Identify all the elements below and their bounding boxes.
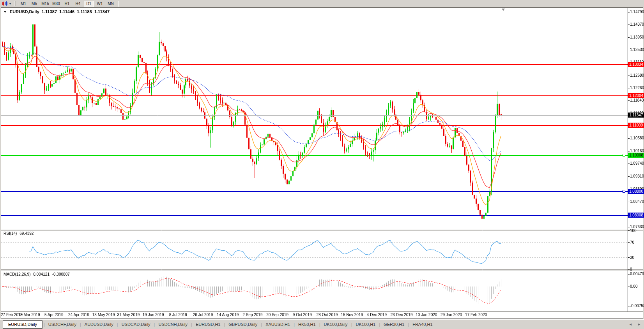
trading-terminal-window: ▾ M1M5M15M30H1H4D1W1MN ▼ EURUSD,Daily 1.… <box>0 0 644 329</box>
price-axis-tick: 1.14790 <box>630 10 644 14</box>
date-axis-label: 9 Oct 2019 <box>293 313 312 317</box>
period-buttons-group: M1M5M15M30H1H4D1W1MN <box>18 1 116 7</box>
date-axis-label: 5 Apr 2019 <box>44 313 63 317</box>
chart-shift-marker-icon[interactable] <box>502 9 505 11</box>
ohlc-high: 1.11446 <box>59 9 74 14</box>
date-axis-label: 19 Jun 2019 <box>143 313 164 317</box>
date-axis-label: 10 Jan 2020 <box>416 313 437 317</box>
period-button-d1[interactable]: D1 <box>84 1 94 7</box>
timeframes-toolbar: ▾ M1M5M15M30H1H4D1W1MN <box>0 0 644 7</box>
price-axis-tick: 1.14370 <box>630 22 644 27</box>
rsi-indicator-label: RSI(14) 69.4392 <box>4 231 35 236</box>
period-button-h1[interactable]: H1 <box>62 1 72 7</box>
chart-tab-usdcad-daily[interactable]: USDCAD,Daily <box>118 320 154 329</box>
date-axis-label: 26 Jul 2019 <box>193 313 213 317</box>
period-button-m5[interactable]: M5 <box>29 1 39 7</box>
price-axis-tick: 1.11840 <box>630 98 644 103</box>
period-button-h4[interactable]: H4 <box>73 1 83 7</box>
date-axis-label: 4 Dec 2019 <box>367 313 387 317</box>
rsi-value: 69.4392 <box>19 231 34 236</box>
chart-tab-usdchf-daily[interactable]: USDCHF,Daily <box>45 320 80 329</box>
level-price-tag[interactable]: 1.12004 <box>628 93 644 98</box>
macd-axis-tick: 0.00 <box>630 284 644 289</box>
level-price-tag[interactable]: 1.11009 <box>628 123 644 128</box>
date-axis-label: 8 Jul 2019 <box>169 313 187 317</box>
chart-tab-uk100-daily[interactable]: UK100,Daily <box>320 320 351 329</box>
chart-tab-uk100-h1[interactable]: UK100,H1 <box>352 320 379 329</box>
ohlc-close: 1.11347 <box>94 9 110 14</box>
candlestick-chart-icon[interactable] <box>2 1 9 7</box>
chart-tab-fra40-h1[interactable]: FRA40,H1 <box>409 320 436 329</box>
level-price-tag[interactable]: 1.13034 <box>628 62 644 67</box>
chart-tabs-bar: EURUSD,Daily|USDCHF,Daily|AUDUSD,Daily|U… <box>0 319 644 329</box>
date-axis-label: 31 May 2019 <box>117 313 140 317</box>
macd-name: MACD(12,26,9) <box>4 272 30 276</box>
macd-axis-tick: -0.00758 <box>630 304 644 308</box>
date-axis-label: 20 Sep 2019 <box>266 313 288 317</box>
price-axis-tick: 1.08470 <box>630 199 644 204</box>
macd-indicator-label: MACD(12,26,9) 0.004121 -0.000807 <box>4 272 71 276</box>
price-axis-tick: 1.13950 <box>630 35 644 40</box>
ohlc-open: 1.11387 <box>42 9 57 14</box>
chart-tab-hk50-h1[interactable]: HK50,H1 <box>295 320 319 329</box>
chart-tab-eurusd-daily[interactable]: EURUSD,Daily <box>3 320 42 329</box>
chevron-down-icon[interactable]: ▾ <box>9 2 11 5</box>
price-axis-tick: 1.12680 <box>630 73 644 78</box>
date-axis-label: 29 Jan 2020 <box>441 313 462 317</box>
level-price-tag[interactable]: 1.10008 <box>628 153 644 158</box>
period-button-w1[interactable]: W1 <box>95 1 105 7</box>
toolbar-separator <box>118 1 119 7</box>
rsi-axis-tick: 70 <box>630 240 644 245</box>
price-axis-tick: 1.10580 <box>630 136 644 141</box>
current-price-tag: 1.11347 <box>628 113 644 118</box>
price-axis-tick: 1.13530 <box>630 48 644 52</box>
symbol-dropdown-icon[interactable]: ▼ <box>4 10 7 14</box>
tabs-scroll-right-icon[interactable]: ► <box>637 322 641 326</box>
chart-tab-audusd-daily[interactable]: AUDUSD,Daily <box>81 320 117 329</box>
price-axis-tick: 1.12260 <box>630 86 644 90</box>
period-button-m30[interactable]: M30 <box>51 1 61 7</box>
rsi-axis-tick: 30 <box>630 255 644 260</box>
macd-main-value: 0.004121 <box>33 272 50 276</box>
date-axis-label: 14 Aug 2019 <box>217 313 239 317</box>
chart-tab-xauusd-h1[interactable]: XAUUSD,H1 <box>262 320 294 329</box>
level-price-tag[interactable]: 1.08800 <box>628 189 644 194</box>
date-axis-label: 24 Apr 2019 <box>68 313 89 317</box>
chart-tab-usdcnh-daily[interactable]: USDCNH,Daily <box>155 320 191 329</box>
ohlc-low: 1.11185 <box>77 9 92 14</box>
tabs-scroll-left-icon[interactable]: ◄ <box>629 322 632 326</box>
chart-canvas[interactable] <box>0 0 644 329</box>
period-button-mn[interactable]: MN <box>106 1 116 7</box>
macd-signal-value: -0.000807 <box>52 272 70 276</box>
chart-symbol: EURUSD,Daily <box>10 9 39 14</box>
date-axis-label: 15 Nov 2019 <box>341 313 363 317</box>
toolbar-grip[interactable] <box>14 1 16 6</box>
date-axis-label: 17 Feb 2020 <box>465 313 487 317</box>
macd-axis-tick: 0.004738 <box>630 272 644 276</box>
date-axis-label: 23 Dec 2019 <box>391 313 413 317</box>
price-axis-tick: 1.09740 <box>630 161 644 166</box>
date-axis-label: 18 Mar 2019 <box>18 313 40 317</box>
chart-tab-eurusd-h1[interactable]: EURUSD,H1 <box>192 320 224 329</box>
level-price-tag[interactable]: 1.08008 <box>628 213 644 218</box>
period-button-m1[interactable]: M1 <box>18 1 28 7</box>
chart-title: ▼ EURUSD,Daily 1.11387 1.11446 1.11185 1… <box>4 9 111 14</box>
rsi-axis-tick: 100 <box>630 229 644 233</box>
date-axis-label: 28 Oct 2019 <box>317 313 338 317</box>
price-axis-tick: 1.09310 <box>630 174 644 179</box>
chart-tab-ger30-h1[interactable]: GER30,H1 <box>380 320 408 329</box>
date-axis-label: 2 Sep 2019 <box>242 313 262 317</box>
period-button-m15[interactable]: M15 <box>40 1 50 7</box>
rsi-name: RSI(14) <box>4 231 17 236</box>
date-axis-label: 13 May 2019 <box>92 313 115 317</box>
chart-tab-gbpusd-daily[interactable]: GBPUSD,Daily <box>225 320 261 329</box>
chart-tabs: EURUSD,Daily|USDCHF,Daily|AUDUSD,Daily|U… <box>3 320 436 329</box>
rsi-axis-tick: 0 <box>630 267 644 272</box>
